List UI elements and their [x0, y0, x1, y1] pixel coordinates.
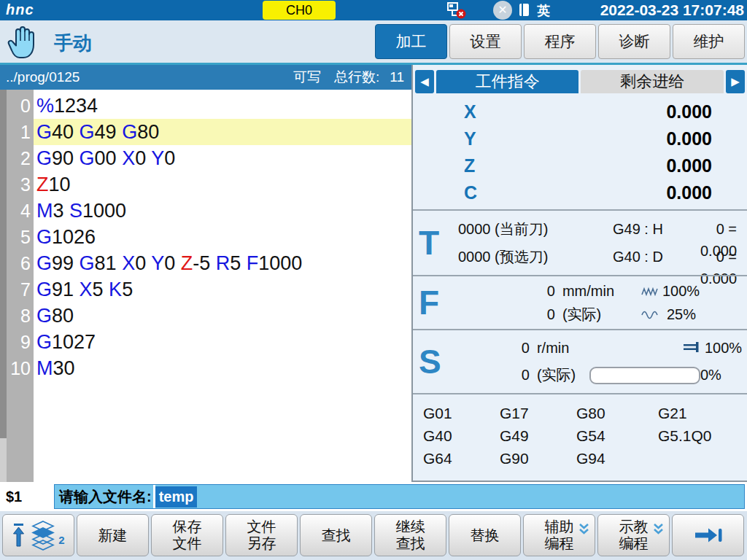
axis-value: 0.000: [493, 98, 747, 125]
save-file-button[interactable]: 保存文件: [151, 514, 223, 556]
code-text: G40 G49 G80: [34, 119, 411, 145]
editor-body[interactable]: 0%12341G40 G49 G802G90 G00 X0 Y03Z104M3 …: [0, 90, 411, 482]
code-token: 1000: [258, 252, 302, 274]
code-text: G90 G00 X0 Y0: [34, 145, 411, 171]
code-line[interactable]: 10M30: [7, 355, 411, 381]
code-token: 49: [95, 121, 123, 143]
code-token: 1026: [52, 226, 96, 248]
tab-right-arrow-icon[interactable]: ▶: [726, 70, 745, 93]
replace-button[interactable]: 替换: [449, 514, 521, 556]
code-token: 80: [137, 121, 159, 143]
softkey-label: 新建: [98, 527, 128, 544]
gcode-modal: G90: [500, 447, 576, 470]
gcode-modal-section: G01G17G80G21G40G49G54G5.1Q0G64G90G94: [413, 393, 747, 481]
tool-row-current: 0000 (当前刀) G49 : H 0 = 0.000: [413, 218, 747, 240]
line-number: 8: [7, 303, 34, 329]
status-panel: ◀ 工件指令 剩余进给 ▶ X0.000Y0.000Z0.000C0.000 T…: [411, 65, 747, 482]
main-area: ../prog/0125 可写 总行数: 11 0%12341G40 G49 G…: [0, 63, 747, 482]
editor-scrollbar[interactable]: [0, 90, 7, 482]
find-next-button[interactable]: 继续查找: [374, 514, 446, 556]
network-error-icon: [446, 1, 467, 22]
softkey-label: 替换: [471, 527, 500, 544]
next-page-button[interactable]: [672, 514, 744, 556]
nav-tab-加工[interactable]: 加工: [375, 24, 447, 59]
gcode-grid: G01G17G80G21G40G49G54G5.1Q0G64G90G94: [423, 402, 747, 470]
code-token: Y: [151, 252, 164, 274]
axis-row-C: C0.000: [413, 179, 747, 206]
filename-value[interactable]: temp: [155, 486, 198, 508]
tab-left-arrow-icon[interactable]: ◀: [415, 70, 434, 93]
feed-override: 100%: [662, 283, 705, 300]
code-line[interactable]: 5G1026: [7, 224, 411, 250]
axis-row-Y: Y0.000: [413, 125, 747, 152]
feed-section: F 0 mm/min 100% 0 (实际) 25%: [413, 275, 747, 329]
code-line[interactable]: 3Z10: [7, 171, 411, 198]
mode-bar: 手动 加工设置程序诊断维护: [0, 20, 747, 63]
language-indicator[interactable]: 英: [537, 2, 550, 20]
code-line[interactable]: 0%1234: [7, 93, 411, 119]
softkey-label: 另存: [247, 535, 276, 552]
line-number: 1: [7, 119, 34, 145]
tab-workpiece-command[interactable]: 工件指令: [436, 70, 579, 93]
softkey-label: 查找: [396, 535, 425, 552]
code-token: 1027: [52, 331, 96, 353]
code-line[interactable]: 6G99 G81 X0 Y0 Z-5 R5 F1000: [7, 250, 411, 276]
spindle-actual-label: (实际): [537, 365, 589, 385]
code-token: R: [216, 252, 231, 274]
gcode-modal: G21: [658, 402, 747, 424]
code-line[interactable]: 1G40 G49 G80: [7, 119, 411, 145]
code-line[interactable]: 9G1027: [7, 329, 411, 355]
datetime: 2022-03-23 17:07:48: [600, 1, 744, 19]
double-chevron-down-icon: [653, 522, 664, 539]
zigzag-wave-icon: [639, 283, 662, 300]
new-file-button[interactable]: 新建: [77, 514, 149, 556]
code-token: G: [36, 147, 52, 169]
find-button[interactable]: 查找: [300, 514, 372, 556]
code-text: G1026: [34, 224, 411, 250]
gcode-modal: G80: [576, 402, 658, 424]
close-circle-icon[interactable]: ✕: [493, 1, 512, 20]
softkey-label: 查找: [322, 527, 351, 544]
code-line[interactable]: 2G90 G00 X0 Y0: [7, 145, 411, 171]
line-number: 0: [7, 93, 34, 119]
nav-tab-诊断[interactable]: 诊断: [598, 24, 670, 59]
spindle-row-command: 0 r/min 100%: [413, 338, 747, 359]
code-text: M30: [34, 355, 411, 381]
tab-remaining-feed[interactable]: 剩余进给: [581, 70, 724, 93]
nav-icons-button[interactable]: 2: [2, 514, 74, 556]
code-token: X: [122, 147, 135, 169]
code-token: 0: [164, 147, 175, 169]
nav-tab-程序[interactable]: 程序: [524, 24, 596, 59]
save-as-button[interactable]: 文件另存: [225, 514, 298, 556]
line-number: 5: [7, 224, 34, 250]
hand-icon: [7, 25, 39, 63]
code-line[interactable]: 4M3 S1000: [7, 198, 411, 224]
code-text: G1027: [34, 329, 411, 355]
code-line[interactable]: 7G91 X5 K5: [7, 276, 411, 303]
code-token: Z: [181, 252, 193, 274]
softkey-label: 编程: [545, 535, 574, 552]
spindle-icon: [681, 340, 705, 357]
axis-name: Y: [413, 125, 493, 152]
nav-tab-设置[interactable]: 设置: [449, 24, 522, 59]
jog-override: 25%: [662, 306, 705, 323]
code-token: 0: [135, 147, 151, 169]
gcode-modal: G5.1Q0: [658, 424, 747, 447]
spindle-letter: S: [419, 342, 441, 381]
top-bar: hnc CH0 ✕ 英 2022-03-23 17:07:48: [0, 0, 747, 20]
softkey-toolbar: 2新建保存文件文件另存查找继续查找替换辅助编程示教编程: [0, 511, 747, 560]
code-token: G: [80, 121, 95, 143]
axis-value: 0.000: [493, 125, 747, 152]
aux-programming-button[interactable]: 辅助编程: [523, 514, 595, 556]
sine-wave-icon: [639, 306, 662, 323]
axis-name: Z: [413, 152, 493, 179]
nav-tab-维护[interactable]: 维护: [673, 24, 745, 59]
line-number: 4: [7, 198, 34, 224]
line-number: 9: [7, 329, 34, 355]
scrollbar-thumb[interactable]: [0, 90, 7, 438]
code-token: Z: [36, 174, 49, 195]
teach-programming-button[interactable]: 示教编程: [597, 514, 670, 556]
code-line[interactable]: 8G80: [7, 303, 411, 329]
filename-input[interactable]: 请输入文件名: temp: [54, 484, 745, 509]
code-token: K: [109, 279, 122, 300]
